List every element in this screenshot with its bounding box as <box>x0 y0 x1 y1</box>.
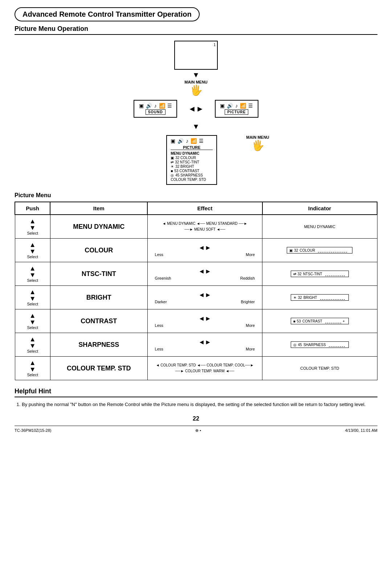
item-sharpness-text: 45 SHARPNESS <box>175 173 203 177</box>
indicator-box-4: ■ 53 CONTRAST + <box>291 318 349 324</box>
picture-box-top: ▣ 🔊 ♪ 📶 ☰ PICTURE <box>215 100 258 118</box>
effect-line2-6: ──► COLOUR TEMP. WARM ◄── <box>151 368 258 374</box>
hand-icon-bottom: 🖐 <box>252 139 264 151</box>
indicator-cell-6: COLOUR TEMP. STD <box>262 357 377 380</box>
effect-cell-3: ◄► Darker Brighter <box>147 286 262 309</box>
effect-cell-0: ◄ MENU DYNAMIC ◄── MENU STANDARD ──► ──►… <box>147 215 262 239</box>
up-arrow-0: ▲ <box>29 218 36 224</box>
pd-icon-1: ▣ <box>171 138 175 144</box>
item-bright-icon: ☀ <box>171 165 174 169</box>
effect-lr-2: Greenish Reddish <box>151 276 258 280</box>
col-push: Push <box>15 202 50 215</box>
menu-item-ntsc: ⇄ 32 NTSC-TINT <box>171 160 213 164</box>
sound-label: SOUND <box>146 109 166 115</box>
middle-row: ▣ 🔊 ♪ 📶 ☰ SOUND ◄► ▣ 🔊 ♪ 📶 ☰ <box>134 100 258 118</box>
ind-num-4: 53 <box>297 319 301 323</box>
effect-left-5: Less <box>155 347 163 351</box>
indicator-cell-1: ▣ 32 COLOUR <box>262 239 377 262</box>
item-cell-2: NTSC-TINT <box>50 262 147 286</box>
ind-label-1: COLOUR <box>299 248 315 252</box>
up-arrow-1: ▲ <box>29 242 36 248</box>
ind-icon-1: ▣ <box>289 248 293 252</box>
indicator-cell-4: ■ 53 CONTRAST + <box>262 309 377 333</box>
item-contrast-icon: ■ <box>171 169 173 173</box>
table-row: ▲ ▼ Select CONTRAST ◄► Less More <box>15 309 377 333</box>
dashed-1 <box>318 248 347 252</box>
effect-right-2: Reddish <box>240 276 255 280</box>
item-colourtemp-text: COLOUR TEMP. STD <box>171 178 206 182</box>
dashed-5 <box>329 342 345 347</box>
effect-cell-4: ◄► Less More <box>147 309 262 333</box>
select-label-3: Select <box>19 302 46 306</box>
ind-num-3: 32 <box>298 296 302 300</box>
push-cell-6: ▲ ▼ Select <box>15 357 50 380</box>
indicator-cell-2: ⇄ 32 NTSC-TINT <box>262 262 377 286</box>
picture-detail-box: ▣ 🔊 ♪ 📶 ☰ PICTURE MENU DYNAMIC ▣ 32 COLO… <box>166 135 217 185</box>
picture-table: Push Item Effect Indicator ▲ ▼ Select ME… <box>15 202 377 380</box>
ind-label-4: CONTRAST <box>302 319 322 323</box>
push-arrows-3: ▲ ▼ <box>19 289 46 302</box>
item-ntsc-icon: ⇄ <box>171 160 173 164</box>
sound-icon-2: 🔊 <box>146 103 152 109</box>
effect-lr-3: Darker Brighter <box>151 300 258 304</box>
picture-detail-icons: ▣ 🔊 ♪ 📶 ☰ <box>171 138 213 144</box>
sound-box: ▣ 🔊 ♪ 📶 ☰ SOUND <box>134 100 177 118</box>
effect-row-2: ◄► Greenish Reddish <box>151 268 258 280</box>
menu-item-bright: ☀ 32 BRIGHT <box>171 165 213 169</box>
main-menu-group: ▼ MAIN MENU 🖐 <box>184 70 208 96</box>
item-bright-text: 32 BRIGHT <box>175 165 194 169</box>
ind-num-1: 32 <box>294 248 298 252</box>
main-menu-label-top: MAIN MENU <box>184 80 208 84</box>
picture-icon-1: ▣ <box>220 103 225 109</box>
item-sharpness-icon: ◎ <box>171 173 174 177</box>
effect-cell-6: ◄ COLOUR TEMP. STD ◄── COLOUR TEMP. COOL… <box>147 357 262 380</box>
col-indicator: Indicator <box>262 202 377 215</box>
effect-row-5: ◄► Less More <box>151 338 258 351</box>
effect-row-1: ◄► Less More <box>151 244 258 257</box>
down-arrow-4: ▼ <box>29 319 36 325</box>
effect-right-1: More <box>246 252 255 257</box>
hint-list: By pushing the normal "N" button on the … <box>15 401 377 408</box>
item-dynamic-text: MENU DYNAMIC <box>171 151 199 155</box>
select-label-6: Select <box>19 373 46 377</box>
indicator-box-3: ☀ 32 BRIGHT <box>291 294 349 301</box>
down-arrow-2: ▼ <box>29 272 36 278</box>
ind-label-2: NTSC-TINT <box>303 272 322 276</box>
section1-heading: Picture Menu Operation <box>15 25 377 35</box>
effect-line1-0: ◄ MENU DYNAMIC ◄── MENU STANDARD ──► <box>151 221 258 227</box>
select-label-1: Select <box>19 255 46 259</box>
sound-icon-5: ☰ <box>167 103 172 109</box>
col-effect: Effect <box>147 202 262 215</box>
table-row: ▲ ▼ Select BRIGHT ◄► Darker Brighter <box>15 286 377 309</box>
arrow-down-1: ▼ <box>192 71 200 78</box>
lr-arrow-4: ◄► <box>199 315 212 323</box>
picture-icons: ▣ 🔊 ♪ 📶 ☰ <box>220 103 253 109</box>
effect-lr-5: Less More <box>151 347 258 351</box>
sound-icon-3: ♪ <box>154 103 157 109</box>
menu-item-dynamic: MENU DYNAMIC <box>171 151 213 155</box>
effect-cell-2: ◄► Greenish Reddish <box>147 262 262 286</box>
push-cell-0: ▲ ▼ Select <box>15 215 50 239</box>
effect-row-4: ◄► Less More <box>151 315 258 328</box>
sound-icons: ▣ 🔊 ♪ 📶 ☰ <box>139 103 172 109</box>
effect-right-3: Brighter <box>241 300 255 304</box>
arrow-down-2: ▼ <box>192 123 200 130</box>
footer-center: ⊕ • <box>195 428 201 433</box>
effect-left-3: Darker <box>155 300 167 304</box>
down-arrow-3: ▼ <box>29 295 36 302</box>
hand-icon-top: 🖐 <box>190 84 203 96</box>
item-contrast-text: 53 CONTRAST <box>174 169 199 173</box>
effect-text-0: ◄ MENU DYNAMIC ◄── MENU STANDARD ──► ──►… <box>151 221 258 232</box>
indicator-cell-3: ☀ 32 BRIGHT <box>262 286 377 309</box>
page-title: Advanced Remote Control Transmitter Oper… <box>15 7 200 21</box>
pd-icon-2: 🔊 <box>177 138 184 144</box>
ind-label-3: BRIGHT <box>303 296 317 300</box>
picture-menu-box: ▣ 🔊 ♪ 📶 ☰ PICTURE MENU DYNAMIC ▣ 32 COLO… <box>166 135 217 185</box>
dashed-3 <box>320 295 345 300</box>
page-number: 22 <box>15 415 377 422</box>
ind-num-5: 45 <box>298 343 302 347</box>
picture-icon-3: ♪ <box>235 103 238 109</box>
down-arrow-1: ▼ <box>29 248 36 255</box>
push-cell-2: ▲ ▼ Select <box>15 262 50 286</box>
menu-item-contrast: ■ 53 CONTRAST <box>171 169 213 173</box>
